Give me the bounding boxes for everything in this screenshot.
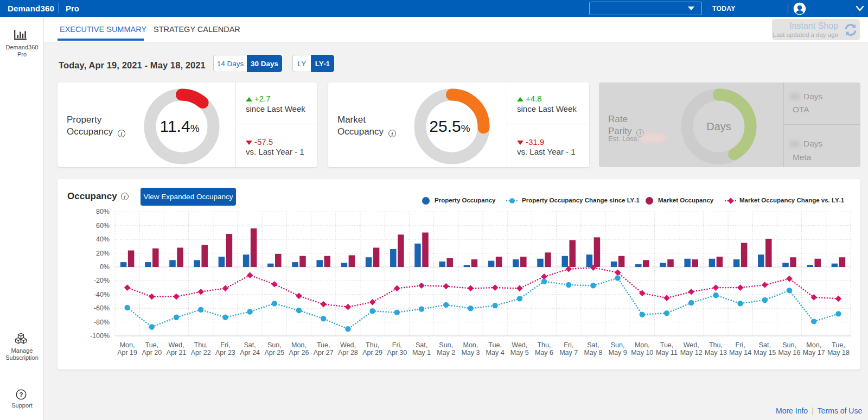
svg-text:Apr 21: Apr 21 bbox=[167, 349, 187, 357]
svg-text:25.5%: 25.5% bbox=[429, 117, 470, 135]
svg-text:Apr 28: Apr 28 bbox=[338, 349, 358, 357]
svg-text:May 9: May 9 bbox=[609, 349, 627, 357]
svg-text:Mon,: Mon, bbox=[806, 341, 821, 349]
svg-text:-20%: -20% bbox=[94, 277, 110, 284]
svg-text:Sat,: Sat, bbox=[759, 341, 771, 349]
svg-text:May 17: May 17 bbox=[803, 349, 825, 357]
svg-text:May 13: May 13 bbox=[705, 349, 727, 357]
svg-text:May 2: May 2 bbox=[437, 349, 455, 357]
svg-text:Fri,: Fri, bbox=[564, 341, 573, 349]
svg-text:Tue,: Tue, bbox=[488, 341, 502, 349]
svg-text:May 1: May 1 bbox=[412, 349, 431, 357]
svg-text:Wed,: Wed, bbox=[684, 341, 699, 349]
svg-text:May 11: May 11 bbox=[656, 349, 678, 357]
svg-text:Sun,: Sun, bbox=[267, 341, 282, 349]
svg-text:May 12: May 12 bbox=[680, 349, 703, 357]
svg-text:Apr 27: Apr 27 bbox=[314, 349, 334, 357]
svg-text:Apr 29: Apr 29 bbox=[362, 349, 382, 357]
svg-text:80%: 80% bbox=[96, 208, 110, 215]
svg-text:11.4%: 11.4% bbox=[159, 117, 199, 135]
svg-text:Thu,: Thu, bbox=[194, 341, 208, 349]
svg-text:-40%: -40% bbox=[94, 291, 110, 298]
svg-text:Apr 23: Apr 23 bbox=[215, 349, 235, 357]
svg-text:?: ? bbox=[19, 391, 23, 398]
svg-text:Thu,: Thu, bbox=[709, 341, 723, 349]
svg-text:Apr 20: Apr 20 bbox=[142, 349, 162, 357]
svg-text:May 10: May 10 bbox=[631, 349, 653, 357]
svg-text:Sun,: Sun, bbox=[782, 341, 796, 349]
svg-text:May 6: May 6 bbox=[535, 349, 553, 357]
svg-text:-100%: -100% bbox=[90, 332, 110, 340]
svg-text:Fri,: Fri, bbox=[392, 341, 402, 349]
svg-text:May 18: May 18 bbox=[827, 349, 850, 357]
svg-text:20%: 20% bbox=[96, 250, 110, 257]
svg-text:Apr 30: Apr 30 bbox=[387, 349, 407, 357]
svg-text:Apr 22: Apr 22 bbox=[191, 349, 211, 357]
svg-text:Tue,: Tue, bbox=[660, 341, 674, 349]
svg-text:May 8: May 8 bbox=[584, 349, 602, 357]
svg-text:Sun,: Sun, bbox=[439, 341, 453, 349]
svg-text:Sat,: Sat, bbox=[416, 341, 427, 349]
svg-text:May 14: May 14 bbox=[729, 349, 751, 357]
svg-text:Thu,: Thu, bbox=[537, 341, 551, 349]
svg-text:Wed,: Wed, bbox=[340, 341, 356, 349]
svg-text:Tue,: Tue, bbox=[145, 341, 159, 349]
svg-text:Apr 19: Apr 19 bbox=[117, 349, 137, 357]
svg-text:Apr 26: Apr 26 bbox=[289, 349, 309, 357]
svg-text:Tue,: Tue, bbox=[832, 341, 845, 349]
svg-text:Sat,: Sat, bbox=[244, 341, 256, 349]
svg-text:May 15: May 15 bbox=[754, 349, 776, 357]
svg-text:Thu,: Thu, bbox=[366, 341, 379, 349]
svg-text:Sun,: Sun, bbox=[611, 341, 625, 349]
svg-text:Mon,: Mon, bbox=[120, 341, 135, 349]
svg-text:Mon,: Mon, bbox=[463, 341, 478, 349]
svg-text:May 7: May 7 bbox=[559, 349, 578, 357]
svg-text:Sat,: Sat, bbox=[587, 341, 599, 349]
svg-text:May 4: May 4 bbox=[486, 349, 505, 357]
svg-text:May 3: May 3 bbox=[461, 349, 480, 357]
svg-text:Days: Days bbox=[706, 120, 731, 132]
svg-text:-80%: -80% bbox=[94, 319, 110, 326]
svg-text:Tue,: Tue, bbox=[317, 341, 330, 349]
svg-text:Mon,: Mon, bbox=[635, 341, 650, 349]
svg-text:Fri,: Fri, bbox=[220, 341, 230, 349]
svg-text:Fri,: Fri, bbox=[736, 341, 745, 349]
svg-text:May 16: May 16 bbox=[778, 349, 801, 357]
svg-text:-60%: -60% bbox=[94, 304, 110, 312]
svg-text:May 5: May 5 bbox=[510, 349, 529, 357]
svg-text:Apr 25: Apr 25 bbox=[264, 349, 284, 357]
svg-text:60%: 60% bbox=[96, 222, 110, 230]
svg-text:0%: 0% bbox=[100, 263, 110, 271]
svg-text:40%: 40% bbox=[96, 236, 110, 243]
svg-text:Apr 24: Apr 24 bbox=[240, 349, 260, 357]
svg-text:Wed,: Wed, bbox=[512, 341, 527, 349]
svg-text:Wed,: Wed, bbox=[169, 341, 184, 349]
svg-text:Mon,: Mon, bbox=[291, 341, 307, 349]
